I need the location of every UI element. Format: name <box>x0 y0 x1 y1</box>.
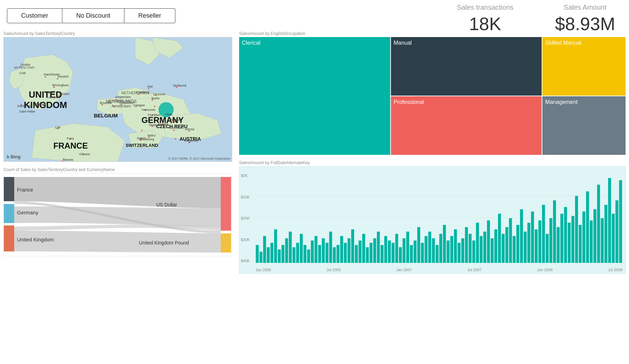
svg-rect-175 <box>509 218 512 263</box>
treemap-label-professional: Professional <box>394 99 424 105</box>
svg-rect-118 <box>300 234 303 263</box>
svg-rect-176 <box>513 236 515 263</box>
svg-rect-151 <box>421 243 424 263</box>
timeseries-section: SalesAmount by FullDateAlternateKey $40K… <box>239 160 626 364</box>
svg-text:aile Atha Cliath: aile Atha Cliath <box>14 66 35 69</box>
svg-text:Paris: Paris <box>67 137 74 140</box>
svg-text:France: France <box>17 187 33 193</box>
sales-amount-label: Sales Amount <box>555 3 615 11</box>
svg-rect-144 <box>395 234 398 263</box>
svg-rect-124 <box>322 238 325 263</box>
treemap-container[interactable]: Clerical Manual Skilled Manual Professio… <box>239 37 626 155</box>
svg-text:Kiel: Kiel <box>148 85 153 88</box>
svg-rect-199 <box>597 185 600 263</box>
svg-rect-109 <box>267 247 270 263</box>
svg-rect-91 <box>4 177 14 201</box>
svg-rect-122 <box>314 236 317 263</box>
svg-text:Rennes: Rennes <box>63 158 73 161</box>
x-label-jan2006: Jan 2006 <box>255 268 271 272</box>
no-discount-filter-button[interactable]: No Discount <box>62 8 124 23</box>
svg-rect-137 <box>369 243 372 263</box>
svg-rect-121 <box>311 241 314 263</box>
svg-rect-145 <box>399 247 402 263</box>
map-copyright: © 2017 HERE, © 2017 Microsoft Corporatio… <box>168 157 230 160</box>
svg-rect-185 <box>546 234 549 263</box>
svg-text:Szczecin: Szczecin <box>153 92 165 96</box>
svg-text:United Kingdom Pound: United Kingdom Pound <box>139 240 189 246</box>
svg-rect-152 <box>425 236 427 263</box>
svg-text:US Dollar: US Dollar <box>156 202 177 207</box>
svg-rect-192 <box>571 216 574 263</box>
svg-text:Frankfurt: Frankfurt <box>148 113 160 117</box>
svg-rect-180 <box>527 223 530 263</box>
sankey-container[interactable]: France Germany United Kingdom US Dollar … <box>3 173 232 256</box>
svg-text:Berlin: Berlin <box>151 97 159 100</box>
treemap-cell-professional[interactable]: Professional <box>391 96 542 155</box>
reseller-filter-button[interactable]: Reseller <box>124 8 175 23</box>
svg-rect-111 <box>274 229 277 263</box>
svg-rect-203 <box>612 214 614 263</box>
svg-text:BELGIUM: BELGIUM <box>94 113 118 118</box>
svg-rect-183 <box>538 220 541 263</box>
svg-rect-188 <box>557 227 559 263</box>
svg-text:Birmingham: Birmingham <box>52 83 69 87</box>
svg-rect-162 <box>461 238 464 263</box>
svg-rect-117 <box>296 243 299 263</box>
svg-rect-134 <box>359 241 361 263</box>
svg-rect-149 <box>413 241 416 263</box>
treemap-cell-manual[interactable]: Manual <box>391 37 542 96</box>
svg-rect-178 <box>520 209 523 263</box>
svg-rect-182 <box>535 229 538 263</box>
svg-text:Cork: Cork <box>19 71 26 75</box>
svg-rect-142 <box>388 241 391 263</box>
svg-rect-205 <box>619 180 622 263</box>
treemap-cell-management[interactable]: Management <box>542 96 626 155</box>
treemap-cell-clerical[interactable]: Clerical <box>239 37 390 155</box>
chart-x-labels: Jan 2006 Jul 2006 Jan 2007 Jul 2007 Jan … <box>255 268 622 272</box>
svg-rect-155 <box>436 245 438 263</box>
svg-rect-196 <box>586 192 589 263</box>
y-label-30k: $30K <box>241 238 254 242</box>
svg-text:United Kingdom: United Kingdom <box>17 237 54 242</box>
svg-rect-187 <box>553 200 556 263</box>
svg-rect-123 <box>318 245 321 263</box>
svg-rect-95 <box>221 233 231 252</box>
svg-rect-165 <box>472 241 475 263</box>
svg-rect-115 <box>289 232 291 263</box>
svg-rect-92 <box>4 204 14 223</box>
svg-rect-148 <box>410 245 413 263</box>
map-container[interactable]: UNITED KINGDOM FRANCE GERMANY BELGIUM NE… <box>3 37 232 162</box>
svg-rect-120 <box>307 249 310 263</box>
svg-rect-143 <box>392 243 394 263</box>
svg-text:Saint Peter Port: Saint Peter Port <box>17 104 40 108</box>
svg-text:Budejovice: Budejovice <box>169 126 184 130</box>
svg-text:Lille: Lille <box>55 126 61 129</box>
svg-text:Norwich: Norwich <box>58 75 69 78</box>
treemap-cell-skilled-manual[interactable]: Skilled Manual <box>542 37 626 96</box>
timeseries-container[interactable]: $40K $30K $20K $10K $0K <box>239 166 626 274</box>
svg-rect-169 <box>487 220 490 263</box>
customer-filter-button[interactable]: Customer <box>7 8 62 23</box>
svg-text:London: London <box>59 92 70 96</box>
svg-rect-132 <box>351 229 354 263</box>
svg-rect-164 <box>469 234 471 263</box>
svg-text:Dusseldorf: Dusseldorf <box>120 101 134 105</box>
y-label-20k: $20K <box>241 216 254 220</box>
svg-rect-179 <box>524 232 526 263</box>
treemap-section: SalesAmount by EnglishOccupation Clerica… <box>239 31 626 155</box>
svg-rect-150 <box>417 227 420 263</box>
svg-text:Prague: Prague <box>170 118 180 122</box>
svg-text:Cardiff: Cardiff <box>45 91 55 94</box>
svg-rect-189 <box>560 214 563 263</box>
svg-text:SWITZERLAND: SWITZERLAND <box>126 143 158 148</box>
svg-rect-113 <box>281 245 284 263</box>
svg-point-31 <box>141 130 143 131</box>
svg-text:Amsterdam: Amsterdam <box>115 95 131 99</box>
svg-rect-200 <box>601 218 604 263</box>
svg-text:Stralsund: Stralsund <box>173 84 186 87</box>
svg-rect-174 <box>505 227 508 263</box>
svg-rect-190 <box>564 207 567 263</box>
sales-transactions-kpi: Sales transactions 18K <box>457 3 513 34</box>
svg-rect-181 <box>531 212 534 263</box>
svg-rect-112 <box>278 249 281 263</box>
